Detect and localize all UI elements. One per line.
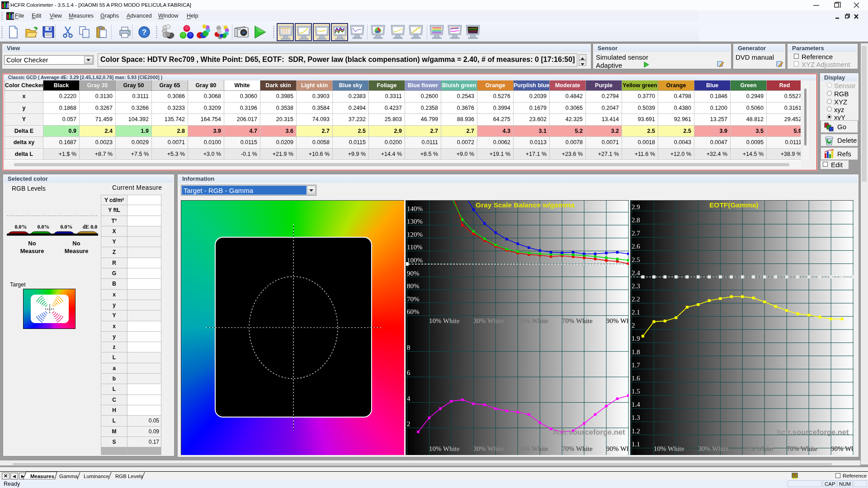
svg-text:Measures: Measures [30,474,54,479]
svg-text:RGB Levels: RGB Levels [115,474,143,479]
svg-text:?: ? [142,28,146,37]
svg-text:Gamma: Gamma [59,474,78,479]
svg-text:Luminance: Luminance [84,474,109,479]
